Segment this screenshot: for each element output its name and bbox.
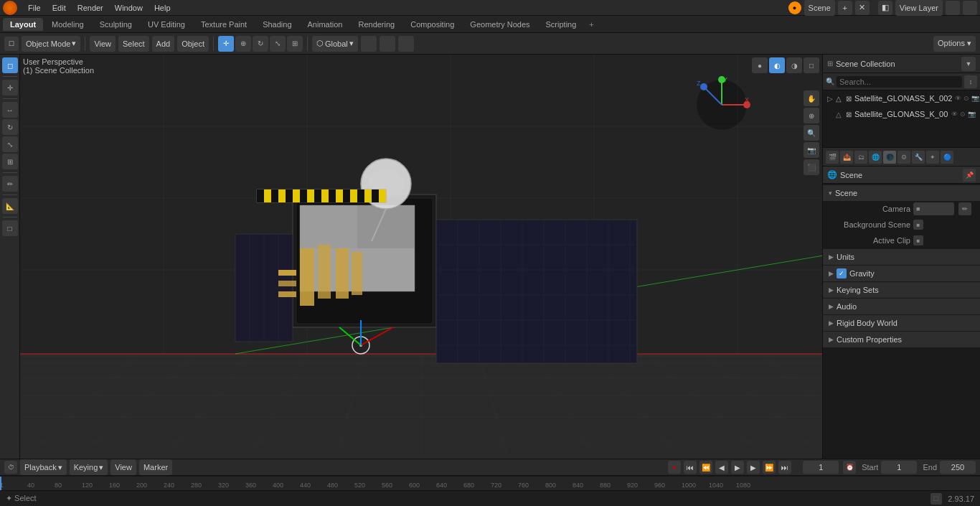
measure-tool-btn[interactable]: 📐 [2, 198, 18, 214]
cursor-tool-btn[interactable]: ✛ [2, 80, 18, 95]
camera-picker-btn[interactable]: ✏ [958, 202, 971, 215]
start-frame-input[interactable] [881, 461, 917, 474]
prop-tab-modifier[interactable]: 🔧 [912, 151, 925, 164]
cursor-icon-0[interactable]: ⊙ [963, 95, 969, 102]
end-frame-input[interactable] [940, 461, 976, 474]
viewport-shading-material[interactable]: ◐ [769, 57, 785, 73]
playback-menu[interactable]: Playback▾ [20, 459, 67, 475]
cursor-icon-1[interactable]: ⊙ [960, 111, 966, 118]
prop-tab-object[interactable]: ⚙ [897, 151, 910, 164]
scene-selector[interactable]: Scene [804, 0, 835, 16]
mode-selector[interactable]: Object Mode ▾ [22, 36, 80, 52]
prop-tab-physics[interactable]: 🔵 [941, 151, 953, 164]
menu-help[interactable]: Help [149, 2, 176, 14]
timeline-view-menu[interactable]: View [110, 459, 136, 475]
marker-menu[interactable]: Marker [139, 459, 172, 475]
next-key-btn[interactable]: ⏩ [763, 461, 776, 474]
camera-view-icon[interactable]: 📷 [804, 142, 819, 158]
tab-layout[interactable]: Layout [3, 18, 43, 31]
transform-tool[interactable]: ⊞ [287, 36, 303, 52]
tab-scripting[interactable]: Scripting [539, 18, 584, 31]
scene-section-header[interactable]: ▾ Scene [823, 185, 980, 201]
menu-file[interactable]: File [23, 2, 46, 14]
menu-window[interactable]: Window [110, 2, 148, 14]
tab-animation[interactable]: Animation [301, 18, 350, 31]
view-layer-add-btn[interactable] [946, 1, 960, 15]
tab-modeling[interactable]: Modeling [44, 18, 91, 31]
pan-icon[interactable]: ✋ [804, 90, 819, 106]
keying-sets-section-header[interactable]: ▶ Keying Sets [823, 282, 980, 298]
units-section-header[interactable]: ▶ Units [823, 249, 980, 265]
object-menu[interactable]: Object [177, 36, 209, 52]
eye-icon-1[interactable]: 👁 [951, 111, 958, 118]
jump-start-btn[interactable]: ⏮ [684, 461, 697, 474]
rotate-tool[interactable]: ↻ [253, 36, 268, 52]
add-cube-btn[interactable]: □ [2, 220, 18, 236]
pivot-btn[interactable] [361, 36, 377, 52]
snap-btn[interactable] [380, 36, 395, 52]
view-layer-selector[interactable]: View Layer [895, 0, 943, 16]
jump-end-btn[interactable]: ⏭ [778, 461, 791, 474]
outliner-filter-btn[interactable]: ▼ [961, 57, 976, 71]
keying-menu[interactable]: Keying▾ [70, 459, 108, 475]
tab-geometry-nodes[interactable]: Geometry Nodes [463, 18, 537, 31]
scale-tool[interactable]: ⤡ [270, 36, 286, 52]
rigid-body-world-section-header[interactable]: ▶ Rigid Body World [823, 315, 980, 331]
step-forward-btn[interactable]: ▶ [747, 461, 760, 474]
record-btn[interactable]: ● [668, 461, 681, 474]
move-tool-btn[interactable]: ↔ [2, 102, 18, 118]
cursor-tool[interactable]: ✛ [218, 36, 234, 52]
rotate-tool-btn[interactable]: ↻ [2, 119, 18, 135]
scale-tool-btn[interactable]: ⤡ [2, 136, 18, 152]
timeline-icon[interactable]: ⏱ [4, 461, 17, 474]
object-icon[interactable]: ☐ [4, 37, 19, 51]
add-workspace-btn[interactable]: + [585, 19, 598, 30]
transform-tool-btn[interactable]: ⊞ [2, 154, 18, 169]
proportional-btn[interactable] [398, 36, 414, 52]
viewport-shading-rendered[interactable]: ◑ [786, 57, 802, 73]
toggle-bg-icon[interactable]: ⬛ [804, 159, 819, 175]
select-menu[interactable]: Select [118, 36, 149, 52]
view-menu[interactable]: View [90, 36, 116, 52]
prop-tab-view-layer[interactable]: 🗂 [854, 151, 867, 164]
tab-texture-paint[interactable]: Texture Paint [194, 18, 254, 31]
status-icon[interactable]: ⬚ [930, 493, 942, 505]
viewport-shading-wire[interactable]: □ [804, 57, 819, 73]
outliner-item-1[interactable]: △ ⊠ Satellite_GLONASS_K_00 👁 ⊙ 📷 [823, 106, 980, 122]
step-back-btn[interactable]: ◀ [715, 461, 728, 474]
camera-value[interactable]: ■ [913, 202, 954, 215]
tab-compositing[interactable]: Compositing [403, 18, 461, 31]
tab-uv-editing[interactable]: UV Editing [141, 18, 192, 31]
zoom-icon[interactable]: 🔍 [804, 125, 819, 141]
prop-tab-scene[interactable]: 🌐 [869, 151, 882, 164]
prop-tab-render[interactable]: 🎬 [826, 151, 839, 164]
prev-key-btn[interactable]: ⏪ [699, 461, 712, 474]
tab-sculpting[interactable]: Sculpting [93, 18, 139, 31]
annotate-tool-btn[interactable]: ✏ [2, 176, 18, 192]
tab-shading[interactable]: Shading [255, 18, 298, 31]
outliner-item-0[interactable]: ▷ △ ⊠ Satellite_GLONASS_K_002 👁 ⊙ 📷 [823, 90, 980, 106]
current-frame-input[interactable]: 1 [803, 461, 839, 474]
prop-pin-btn[interactable]: 📌 [963, 169, 976, 182]
transform-space[interactable]: ⬡ Global ▾ [312, 36, 358, 52]
menu-edit[interactable]: Edit [47, 2, 71, 14]
select-box-tool[interactable]: ◻ [2, 57, 18, 73]
prop-tab-particle[interactable]: ✦ [926, 151, 939, 164]
gravity-checkbox[interactable]: ✓ [837, 268, 847, 278]
prop-tab-output[interactable]: 📤 [840, 151, 853, 164]
clock-icon[interactable]: ⏰ [843, 461, 856, 474]
audio-section-header[interactable]: ▶ Audio [823, 299, 980, 314]
render-icon-0[interactable]: 📷 [971, 95, 979, 102]
menu-render[interactable]: Render [72, 2, 108, 14]
timeline-ruler[interactable]: 1 40 80 120 160 200 240 280 320 360 400 … [0, 476, 980, 490]
view-layer-remove-btn[interactable] [963, 1, 977, 15]
eye-icon-0[interactable]: 👁 [955, 95, 961, 102]
viewport-shading-solid[interactable]: ● [752, 57, 768, 73]
outliner-search-input[interactable] [837, 76, 962, 88]
outliner-sort-btn[interactable]: ↕ [964, 75, 977, 88]
viewport[interactable]: User Perspective (1) Scene Collection [20, 55, 822, 459]
prop-tab-world[interactable]: 🌑 [883, 151, 896, 164]
scene-remove-btn[interactable]: ✕ [855, 1, 870, 15]
gravity-section-header[interactable]: ▶ ✓ Gravity [823, 266, 980, 281]
custom-properties-section-header[interactable]: ▶ Custom Properties [823, 332, 980, 347]
